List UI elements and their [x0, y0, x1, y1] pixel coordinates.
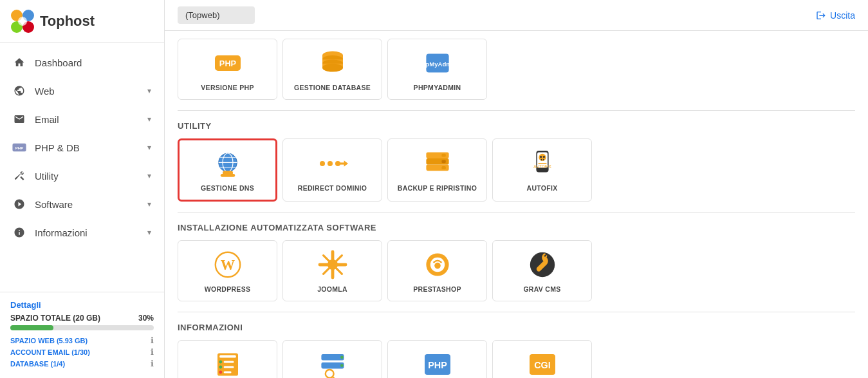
card-gestione-dns[interactable]: GESTIONE DNS — [178, 138, 277, 202]
chevron-down-icon: ▾ — [147, 228, 151, 237]
sidebar-item-utility-label: Utility — [35, 171, 138, 182]
phpmyadmin-icon: phpMyAdmin — [422, 48, 453, 79]
svg-point-4 — [18, 17, 27, 26]
section-software: INSTALLAZIONE AUTOMATIZZATA SOFTWARE W W… — [178, 223, 855, 312]
svg-line-53 — [336, 268, 342, 274]
info-icon-database[interactable]: ℹ — [151, 359, 154, 368]
card-prestashop[interactable]: PRESTASHOP — [387, 240, 487, 301]
svg-rect-67 — [223, 371, 231, 373]
svg-point-71 — [340, 364, 344, 367]
gestione-dns-icon — [212, 148, 243, 179]
card-stato-servizi[interactable]: STATO DEI SERVIZI — [178, 340, 277, 378]
svg-marker-29 — [344, 160, 347, 167]
versione-php-icon: PHP — [212, 48, 243, 79]
sidebar-item-phpdb-label: PHP & DB — [35, 142, 138, 153]
joomla-icon — [317, 249, 348, 280]
svg-text:PHP: PHP — [219, 58, 236, 68]
content-area: PHP VERSIONE PHP — [165, 31, 868, 378]
svg-point-64 — [219, 365, 222, 368]
chevron-down-icon: ▾ — [147, 171, 151, 180]
sidebar-item-web[interactable]: Web ▾ — [0, 77, 164, 105]
sidebar-item-web-label: Web — [35, 86, 138, 97]
prestashop-icon — [422, 249, 453, 280]
card-wordpress[interactable]: W WORDPRESS — [178, 240, 277, 301]
svg-point-62 — [219, 360, 222, 363]
info-cgi-icon: CGI — [527, 349, 558, 379]
svg-rect-61 — [219, 355, 236, 357]
info-icon-web[interactable]: ℹ — [151, 335, 154, 345]
svg-point-39 — [540, 156, 542, 158]
top-cards-row: PHP VERSIONE PHP — [178, 31, 855, 111]
dettagli-title: Dettagli — [10, 300, 154, 310]
versione-php-label: VERSIONE PHP — [201, 84, 254, 91]
card-gravcms[interactable]: GRAV CMS — [492, 240, 592, 301]
svg-point-58 — [434, 262, 441, 269]
sidebar-item-informazioni-label: Informazioni — [35, 227, 138, 238]
svg-line-54 — [336, 255, 342, 261]
informazioni-section-title: INFORMAZIONI — [178, 323, 855, 332]
backup-ripristino-label: BACKUP E RIPRISTINO — [398, 184, 477, 192]
svg-rect-35 — [441, 166, 445, 169]
card-info-cgi[interactable]: CGI INFORMAZIONI CGI — [492, 340, 592, 378]
card-info-php[interactable]: PHP INFORMAZIONI PHP — [387, 340, 487, 378]
backup-ripristino-icon — [422, 148, 453, 179]
card-phpmyadmin[interactable]: phpMyAdmin PHPMYADMIN — [387, 39, 487, 100]
svg-rect-41 — [540, 159, 542, 160]
sidebar-item-informazioni[interactable]: Informazioni ▾ — [0, 218, 164, 247]
info-icon — [13, 226, 26, 239]
informazioni-cards: STATO DEI SERVIZI — [178, 340, 855, 378]
home-icon — [13, 56, 26, 69]
info-icon-email[interactable]: ℹ — [151, 347, 154, 357]
redirect-dominio-label: REDIRECT DOMINIO — [298, 184, 367, 192]
sidebar: Tophost Dashboard Web ▾ Email ▾ — [0, 0, 165, 378]
gestione-database-icon — [317, 48, 348, 79]
header: (Topweb) Uscita — [165, 0, 868, 31]
sidebar-nav: Dashboard Web ▾ Email ▾ PHP PHP & DB — [0, 43, 164, 292]
section-informazioni: INFORMAZIONI — [178, 323, 855, 378]
stato-servizi-icon — [212, 349, 243, 379]
svg-text:W: W — [220, 257, 235, 273]
detail-row-email: ACCOUNT EMAIL (1/30) ℹ — [10, 347, 154, 357]
section-utility: UTILITY — [178, 121, 855, 213]
email-icon — [13, 113, 26, 126]
wordpress-icon: W — [212, 249, 243, 280]
wordpress-label: WORDPRESS — [205, 285, 251, 293]
svg-point-38 — [539, 154, 546, 161]
sidebar-item-utility[interactable]: Utility ▾ — [0, 162, 164, 190]
sidebar-item-software-label: Software — [35, 199, 138, 210]
svg-text:CGI: CGI — [534, 359, 551, 370]
svg-text:PHP: PHP — [15, 146, 24, 150]
progress-bar — [10, 325, 154, 330]
wrench-icon — [13, 169, 26, 182]
detail-row-database: DATABASE (1/4) ℹ — [10, 359, 154, 368]
sidebar-item-email[interactable]: Email ▾ — [0, 105, 164, 133]
card-stato-server[interactable]: STATO DEL SERVER — [282, 340, 382, 378]
account-email-label[interactable]: ACCOUNT EMAIL (1/30) — [10, 348, 90, 356]
logout-button[interactable]: Uscita — [816, 10, 855, 21]
card-joomla[interactable]: JOOMLA — [282, 240, 382, 301]
account-selector[interactable]: (Topweb) — [178, 6, 255, 24]
stato-server-icon — [317, 349, 348, 379]
sidebar-item-software[interactable]: Software ▾ — [0, 190, 164, 218]
card-backup-ripristino[interactable]: BACKUP E RIPRISTINO — [387, 138, 487, 202]
sidebar-item-phpdb[interactable]: PHP PHP & DB ▾ — [0, 133, 164, 162]
svg-point-40 — [542, 156, 544, 158]
sidebar-item-email-label: Email — [35, 114, 138, 125]
database-label[interactable]: DATABASE (1/4) — [10, 360, 65, 368]
spazio-web-label[interactable]: SPAZIO WEB (5.93 GB) — [10, 337, 88, 345]
card-autofix[interactable]: AUTOFIX AUTOFIX — [492, 138, 592, 202]
sidebar-item-dashboard[interactable]: Dashboard — [0, 48, 164, 77]
gravcms-icon — [527, 249, 558, 280]
spazio-row: SPAZIO TOTALE (20 GB) 30% — [10, 314, 154, 323]
card-versione-php[interactable]: PHP VERSIONE PHP — [178, 39, 277, 100]
logout-icon — [816, 10, 826, 21]
gestione-database-label: GESTIONE DATABASE — [294, 84, 371, 91]
svg-text:AUTOFIX: AUTOFIX — [533, 164, 551, 169]
svg-rect-34 — [441, 160, 445, 163]
globe-icon — [13, 84, 26, 97]
svg-rect-63 — [223, 361, 234, 363]
card-gestione-database[interactable]: GESTIONE DATABASE — [282, 39, 382, 100]
software-cards: W WORDPRESS — [178, 240, 855, 301]
card-redirect-dominio[interactable]: REDIRECT DOMINIO — [282, 138, 382, 202]
svg-rect-24 — [220, 174, 234, 177]
